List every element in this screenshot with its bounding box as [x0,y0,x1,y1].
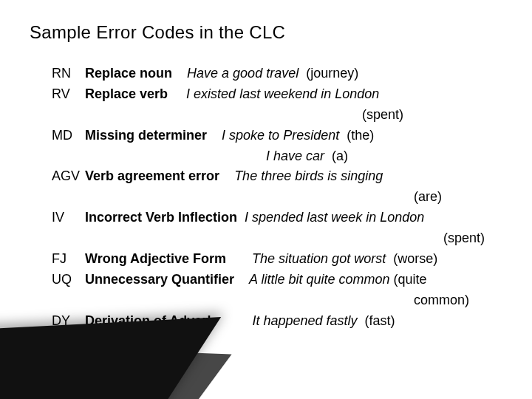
name: Verb agreement error [85,168,219,183]
correction: (fast) [365,313,395,328]
row-md: MD Missing determiner I spoke to Preside… [52,126,502,146]
correction: (spent) [443,231,485,245]
correction: (are) [414,189,442,204]
code: UQ [52,270,81,290]
row-rn: RN Replace noun Have a good travel (jour… [52,64,502,84]
example: I spoke to President [222,128,339,143]
row-md-ex2: I have car (a) [52,146,502,167]
error-code-list: RN Replace noun Have a good travel (jour… [52,64,502,332]
example: Have a good travel [187,66,299,81]
example: A little bit quite common [249,272,389,287]
correction: (quite [394,272,427,287]
row-agv: AGV Verb agreement error The three birds… [52,166,502,187]
row-fj: FJ Wrong Adjective Form The situation go… [52,249,502,270]
code: FJ [52,249,81,270]
example: I existed last weekend in London [186,86,379,101]
slide: Sample Error Codes in the CLC RN Replace… [0,0,532,399]
row-rv: RV Replace verb I existed last weekend i… [52,84,502,105]
row-rv-corr: (spent) [52,105,502,126]
example: I have car [266,149,324,163]
example: The three birds is singing [234,168,383,183]
row-iv-corr: (spent) [52,228,502,249]
correction: (spent) [362,107,403,122]
correction: (worse) [393,251,437,266]
name: Incorrect Verb Inflection [85,210,237,225]
correction: (the) [347,128,374,143]
example: I spended last week in London [245,210,424,225]
correction: (journey) [306,66,358,81]
code: MD [52,126,81,146]
name: Replace verb [85,86,168,101]
name: Wrong Adjective Form [85,251,226,266]
code: RV [52,84,81,105]
name: Replace noun [85,66,172,81]
page-title: Sample Error Codes in the CLC [30,22,502,43]
row-uq-corr2: common) [52,290,502,311]
correction: (a) [332,149,348,163]
code: AGV [52,166,81,187]
row-agv-corr: (are) [52,187,502,208]
example: It happened fastly [252,313,357,328]
row-uq: UQ Unnecessary Quantifier A little bit q… [52,270,502,290]
name: Unnecessary Quantifier [85,272,234,287]
correction: common) [414,293,469,307]
code: RN [52,64,81,84]
name: Missing determiner [85,128,207,143]
code: IV [52,208,81,228]
example: The situation got worst [252,251,386,266]
row-iv: IV Incorrect Verb Inflection I spended l… [52,208,502,228]
